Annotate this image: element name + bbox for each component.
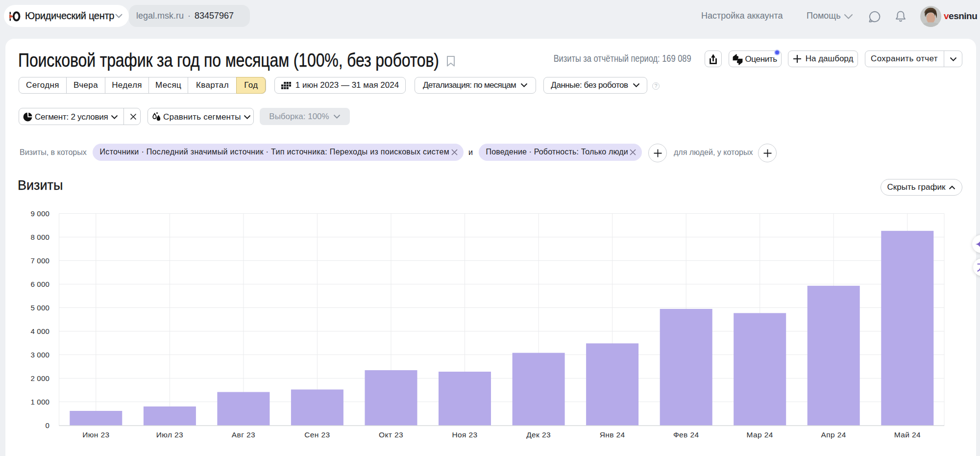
svg-text:Июн 23: Июн 23 [82,431,109,439]
svg-text:Окт 23: Окт 23 [379,431,403,439]
svg-text:Май 24: Май 24 [894,431,921,439]
svg-text:Июл 23: Июл 23 [156,431,183,439]
svg-text:Ноя 23: Ноя 23 [452,431,477,439]
svg-text:Сен 23: Сен 23 [304,431,330,439]
svg-text:Дек 23: Дек 23 [526,431,551,439]
svg-text:8 000: 8 000 [30,233,49,241]
svg-text:5 000: 5 000 [30,304,49,312]
svg-text:Апр 24: Апр 24 [821,431,846,439]
svg-text:Янв 24: Янв 24 [600,431,625,439]
svg-text:2 000: 2 000 [30,374,49,382]
svg-text:7 000: 7 000 [30,256,49,265]
svg-text:Мар 24: Мар 24 [747,431,773,439]
svg-text:6 000: 6 000 [30,280,49,288]
svg-text:1 000: 1 000 [30,398,49,406]
svg-text:0: 0 [45,421,49,430]
svg-text:9 000: 9 000 [30,209,49,218]
svg-text:3 000: 3 000 [30,351,49,359]
svg-text:Фев 24: Фев 24 [673,431,699,439]
svg-text:4 000: 4 000 [30,327,49,335]
svg-text:Авг 23: Авг 23 [232,431,255,439]
